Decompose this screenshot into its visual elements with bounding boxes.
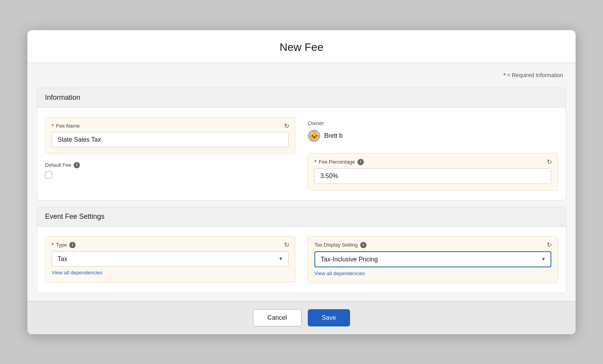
type-field-group: * Type i ↺ Tax Fee Surcharge Vi (45, 236, 295, 283)
fee-name-reset-icon[interactable]: ↺ (284, 122, 289, 130)
modal-footer: Cancel Save (27, 301, 576, 334)
fee-percentage-label-text: Fee Percentage (319, 159, 355, 165)
default-fee-checkbox[interactable] (45, 171, 52, 178)
event-fee-right-col: Tax Display Setting i ↺ Tax-Inclusive Pr… (308, 236, 558, 283)
default-fee-info-icon[interactable]: i (74, 162, 80, 168)
default-fee-label: Default Fee i (45, 162, 295, 168)
owner-section: Owner 🐱 Brett b (308, 117, 558, 145)
type-select-wrapper: Tax Fee Surcharge (52, 251, 289, 267)
required-info-label: = Required Information (507, 72, 563, 78)
fee-percentage-required-star: * (314, 159, 316, 165)
tax-display-reset-icon[interactable]: ↺ (547, 241, 552, 249)
tax-display-select[interactable]: Tax-Inclusive Pricing Tax-Exclusive Pric… (314, 251, 551, 267)
event-fee-section: Event Fee Settings * Type i ↺ Tax (37, 207, 566, 293)
default-fee-section: Default Fee i (45, 162, 295, 178)
type-select[interactable]: Tax Fee Surcharge (52, 251, 289, 267)
owner-info: 🐱 Brett b (308, 130, 558, 142)
information-right-col: Owner 🐱 Brett b * Fee Percentage (308, 117, 558, 191)
fee-percentage-reset-icon[interactable]: ↺ (547, 158, 552, 166)
tax-display-field-group: Tax Display Setting i ↺ Tax-Inclusive Pr… (308, 236, 558, 283)
required-info-note: * = Required Information (37, 70, 566, 81)
information-left-col: * Fee Name ↺ Default Fee i (45, 117, 295, 178)
avatar: 🐱 (308, 130, 320, 142)
type-label: * Type i (52, 242, 289, 248)
fee-name-input[interactable] (52, 132, 289, 148)
type-label-text: Type (56, 242, 67, 248)
type-info-icon[interactable]: i (69, 242, 76, 248)
information-section-body: * Fee Name ↺ Default Fee i (37, 108, 566, 200)
fee-percentage-label: * Fee Percentage i (314, 159, 551, 165)
fee-name-field-group: * Fee Name ↺ (45, 117, 295, 154)
cat-avatar-icon: 🐱 (309, 132, 320, 140)
fee-name-label-text: Fee Name (56, 123, 80, 129)
event-fee-section-header: Event Fee Settings (37, 207, 566, 227)
tax-display-label-text: Tax Display Setting (314, 242, 358, 248)
type-required-star: * (52, 242, 54, 248)
owner-label: Owner (308, 120, 558, 126)
tax-display-info-icon[interactable]: i (360, 242, 366, 248)
tax-display-label: Tax Display Setting i (314, 242, 551, 248)
type-reset-icon[interactable]: ↺ (284, 241, 289, 249)
tax-display-view-dependencies-link[interactable]: View all dependencies (314, 270, 365, 276)
default-fee-label-text: Default Fee (45, 162, 71, 168)
information-section: Information * Fee Name ↺ (37, 88, 566, 200)
information-section-header: Information (37, 88, 566, 108)
tax-display-select-wrapper: Tax-Inclusive Pricing Tax-Exclusive Pric… (314, 251, 551, 267)
save-button[interactable]: Save (308, 309, 350, 326)
modal-dialog: New Fee * = Required Information Informa… (27, 30, 576, 334)
modal-body: * = Required Information Information * F… (27, 63, 576, 301)
modal-header: New Fee (27, 30, 576, 63)
fee-percentage-input[interactable] (314, 168, 551, 184)
fee-name-label: * Fee Name (52, 123, 289, 129)
event-fee-left-col: * Type i ↺ Tax Fee Surcharge Vi (45, 236, 295, 283)
event-fee-section-body: * Type i ↺ Tax Fee Surcharge Vi (37, 227, 566, 293)
fee-name-required-star: * (52, 123, 54, 129)
fee-percentage-field-group: * Fee Percentage i ↺ (308, 153, 558, 191)
fee-percentage-info-icon[interactable]: i (357, 159, 364, 165)
modal-title: New Fee (37, 41, 566, 54)
type-view-dependencies-link[interactable]: View all dependencies (52, 270, 102, 276)
required-asterisk: * (504, 72, 506, 78)
owner-name: Brett b (324, 132, 343, 139)
cancel-button[interactable]: Cancel (253, 309, 302, 326)
